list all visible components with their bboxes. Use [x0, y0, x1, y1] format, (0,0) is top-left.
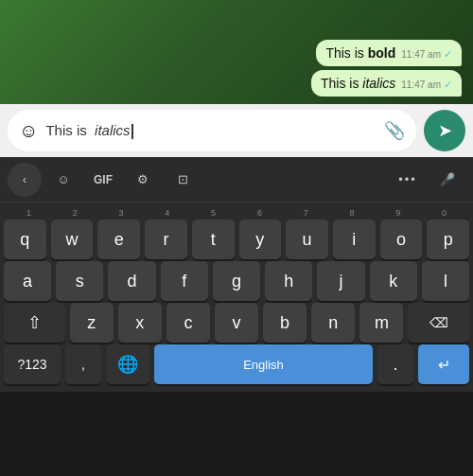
key-s[interactable]: s [56, 261, 103, 301]
key-globe[interactable]: 🌐 [106, 344, 149, 384]
keyboard-settings-button[interactable]: ⚙ [125, 163, 161, 197]
send-icon: ➤ [438, 120, 452, 141]
input-bar: ☺ This is italics 📎 ➤ [0, 104, 473, 157]
key-b[interactable]: b [263, 303, 307, 343]
keyboard-more-button[interactable]: ••• [390, 163, 426, 197]
key-j[interactable]: j [317, 261, 364, 301]
more-icon: ••• [398, 172, 417, 186]
key-h[interactable]: h [265, 261, 312, 301]
key-c[interactable]: c [166, 303, 210, 343]
message-input[interactable]: This is italics [45, 122, 377, 139]
key-t[interactable]: t [192, 220, 235, 259]
globe-icon: 🌐 [117, 354, 138, 375]
keyboard-row-2: a s d f g h j k l [2, 261, 471, 301]
key-q[interactable]: q [4, 220, 46, 259]
key-comma[interactable]: , [65, 344, 101, 384]
key-u[interactable]: u [286, 220, 328, 259]
keyboard-row-3: ⇧ z x c v b n m ⌫ [2, 303, 471, 343]
chat-area: This is bold 11:47 am ✓ This is italics … [0, 0, 473, 104]
message-bubble-2: This is italics 11:47 am ✓ [311, 70, 462, 97]
comma-label: , [81, 357, 85, 372]
key-l[interactable]: l [422, 261, 469, 301]
mic-icon: 🎤 [440, 172, 455, 186]
backspace-icon: ⌫ [429, 315, 448, 330]
sticker-icon: ☺ [57, 172, 69, 186]
keyboard-mic-button[interactable]: 🎤 [429, 163, 465, 197]
key-a[interactable]: a [4, 261, 51, 301]
key-d[interactable]: d [108, 261, 155, 301]
keyboard-toolbar: ‹ ☺ GIF ⚙ ⊡ ••• 🎤 [0, 157, 473, 203]
message-meta-2: 11:47 am ✓ [401, 79, 452, 91]
message-meta-1: 11:47 am ✓ [401, 48, 452, 61]
key-w[interactable]: w [51, 220, 94, 259]
key-123[interactable]: ?123 [4, 344, 61, 384]
message-text-2: This is italics [321, 76, 395, 91]
key-g[interactable]: g [213, 261, 260, 301]
keyboard-sticker-button[interactable]: ☺ [45, 163, 81, 197]
message-text-1: This is bold [325, 45, 395, 61]
back-icon: ‹ [23, 172, 26, 186]
enter-icon: ↵ [438, 356, 450, 374]
keyboard-translate-button[interactable]: ⊡ [165, 163, 201, 197]
gif-label: GIF [94, 173, 113, 186]
checkmark-icon-1: ✓ [444, 48, 452, 61]
key-space[interactable]: English [154, 344, 373, 384]
keyboard-back-button[interactable]: ‹ [8, 163, 42, 197]
send-button[interactable]: ➤ [424, 110, 465, 151]
keyboard-row-1: q w e r t y u i o p [2, 220, 471, 259]
key-123-label: ?123 [17, 357, 46, 372]
keyboard-row-bottom: ?123 , 🌐 English . ↵ [2, 344, 471, 388]
shift-icon: ⇧ [27, 312, 42, 333]
backspace-key[interactable]: ⌫ [408, 303, 469, 343]
key-f[interactable]: f [161, 261, 208, 301]
key-n[interactable]: n [311, 303, 355, 343]
key-r[interactable]: r [145, 220, 187, 259]
attach-icon[interactable]: 📎 [384, 120, 405, 141]
key-period[interactable]: . [377, 344, 413, 384]
key-v[interactable]: v [215, 303, 258, 343]
period-label: . [393, 355, 397, 375]
key-e[interactable]: e [97, 220, 140, 259]
shift-key[interactable]: ⇧ [4, 303, 65, 343]
space-label: English [243, 358, 284, 372]
message-bubble-1: This is bold 11:47 am ✓ [316, 40, 462, 66]
key-y[interactable]: y [239, 220, 282, 259]
key-enter[interactable]: ↵ [418, 344, 469, 384]
number-hints-row: 1 2 3 4 5 6 7 8 9 0 [2, 206, 471, 218]
keyboard-gif-button[interactable]: GIF [85, 163, 121, 197]
checkmark-icon-2: ✓ [444, 79, 452, 91]
key-p[interactable]: p [427, 220, 469, 259]
translate-icon: ⊡ [178, 172, 188, 186]
key-m[interactable]: m [359, 303, 403, 343]
key-z[interactable]: z [70, 303, 114, 343]
key-k[interactable]: k [370, 261, 417, 301]
emoji-button[interactable]: ☺ [19, 120, 38, 142]
settings-icon: ⚙ [137, 172, 149, 186]
input-wrapper[interactable]: ☺ This is italics 📎 [8, 110, 416, 151]
key-o[interactable]: o [380, 220, 423, 259]
key-x[interactable]: x [118, 303, 162, 343]
keyboard: 1 2 3 4 5 6 7 8 9 0 q w e r t y u i o p … [0, 203, 473, 392]
key-i[interactable]: i [333, 220, 376, 259]
